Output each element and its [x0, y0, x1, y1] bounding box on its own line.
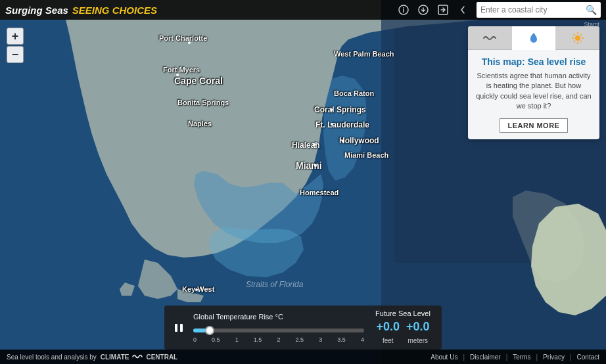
- slider-wrapper: [193, 323, 364, 335]
- download-icon-btn[interactable]: [415, 1, 432, 18]
- footer-contact[interactable]: Contact: [577, 353, 599, 361]
- future-meters-value: +0.0: [406, 320, 430, 334]
- info-panel-title: This map: Sea level rise: [476, 57, 592, 67]
- zoom-in-button[interactable]: +: [7, 28, 24, 45]
- footer-logo-text: CLIMATE: [101, 353, 129, 361]
- tick-25: 2.5: [296, 336, 304, 343]
- info-panel-body: This map: Sea level rise Scientists agre…: [468, 50, 599, 139]
- footer: Sea level tools and analysis by CLIMATE …: [0, 350, 606, 364]
- share-icon-btn[interactable]: [434, 1, 452, 18]
- footer-left-text: Sea level tools and analysis by: [7, 353, 97, 361]
- slider-section: Global Temperature Rise °C 0 0.5 1 1.5 2…: [193, 313, 364, 343]
- tick-0: 0: [193, 336, 197, 343]
- info-panel-text: Scientists agree that human activity is …: [476, 71, 592, 112]
- zoom-out-button[interactable]: −: [7, 46, 24, 63]
- future-section: Future Sea Level +0.0 feet +0.0 meters: [373, 309, 432, 346]
- tick-4: 4: [361, 336, 364, 343]
- future-feet-value: +0.0: [376, 320, 400, 334]
- svg-text:i: i: [403, 7, 405, 14]
- tick-2: 2: [277, 336, 280, 343]
- future-feet-unit: feet: [383, 337, 394, 344]
- search-input[interactable]: [480, 5, 586, 14]
- logo-seeing-choices: SEEING CHOICES: [72, 5, 157, 16]
- sun-tab[interactable]: [555, 26, 599, 50]
- learn-more-button[interactable]: LEARN MORE: [500, 118, 569, 133]
- svg-rect-17: [175, 324, 177, 332]
- future-values: +0.0 feet +0.0 meters: [376, 320, 429, 346]
- footer-disclaimer[interactable]: Disclaimer: [470, 353, 501, 361]
- tick-1: 1: [235, 336, 239, 343]
- footer-logo-suffix: CENTRAL: [146, 353, 177, 361]
- svg-line-13: [574, 34, 575, 35]
- footer-about[interactable]: About Us: [431, 353, 457, 361]
- svg-line-14: [580, 41, 582, 42]
- wave-tab[interactable]: [468, 26, 512, 50]
- search-container[interactable]: 🔍: [477, 2, 601, 18]
- header: Surging Seas SEEING CHOICES i: [0, 0, 606, 20]
- tick-3: 3: [319, 336, 322, 343]
- search-icon[interactable]: 🔍: [586, 5, 597, 15]
- bottom-controls: Global Temperature Rise °C 0 0.5 1 1.5 2…: [164, 306, 442, 350]
- svg-line-15: [580, 34, 582, 35]
- footer-terms[interactable]: Terms: [513, 353, 530, 361]
- header-icons: i: [395, 1, 471, 18]
- footer-right: About Us | Disclaimer | Terms | Privacy …: [431, 353, 599, 361]
- footer-left: Sea level tools and analysis by CLIMATE …: [7, 353, 177, 361]
- back-icon-btn[interactable]: [454, 1, 471, 18]
- tick-15: 1.5: [254, 336, 262, 343]
- future-feet: +0.0 feet: [376, 320, 400, 346]
- climate-central-logo: CLIMATE CENTRAL: [101, 353, 177, 361]
- zoom-controls: + −: [7, 28, 24, 63]
- slider-ticks: 0 0.5 1 1.5 2 2.5 3 3.5 4: [193, 336, 364, 343]
- future-meters: +0.0 meters: [406, 320, 430, 346]
- info-panel-tabs: [468, 26, 599, 50]
- tick-35: 3.5: [337, 336, 346, 343]
- info-panel: This map: Sea level rise Scientists agre…: [468, 26, 599, 139]
- info-icon-btn[interactable]: i: [395, 1, 412, 18]
- svg-rect-18: [180, 324, 183, 332]
- temperature-slider[interactable]: [193, 329, 364, 332]
- future-meters-unit: meters: [408, 337, 428, 344]
- svg-point-8: [575, 35, 580, 41]
- footer-privacy[interactable]: Privacy: [543, 353, 565, 361]
- pause-button[interactable]: [174, 323, 184, 333]
- tick-05: 0.5: [212, 336, 220, 343]
- water-tab[interactable]: [512, 26, 556, 50]
- logo-surging-seas: Surging Seas: [5, 5, 68, 16]
- logo: Surging Seas SEEING CHOICES: [5, 5, 157, 16]
- slider-label: Global Temperature Rise °C: [193, 313, 283, 321]
- future-sea-level-label: Future Sea Level: [375, 309, 431, 317]
- svg-line-16: [574, 41, 575, 42]
